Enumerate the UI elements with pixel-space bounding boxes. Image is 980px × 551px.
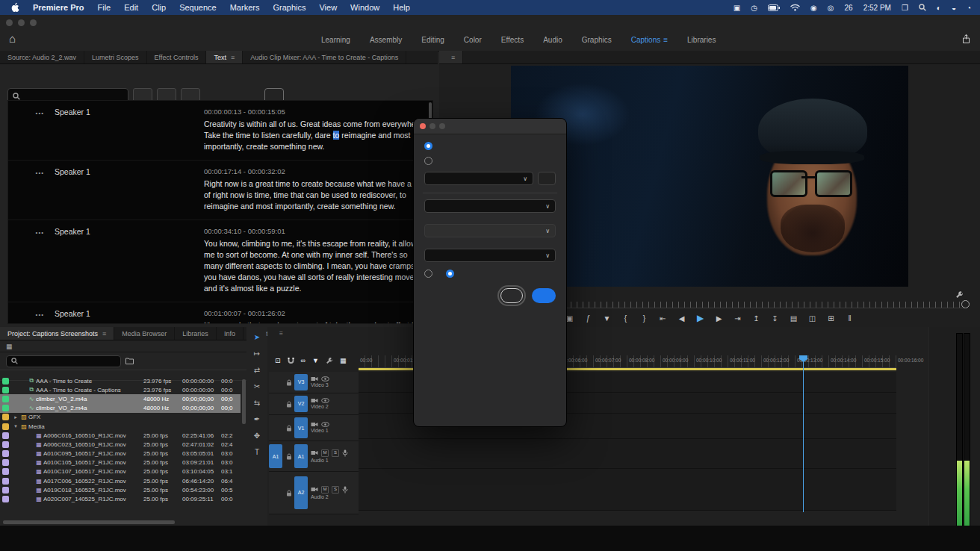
item-name[interactable]: A006C023_160510_R1JC.mov	[43, 441, 143, 448]
workspace-tab-audio[interactable]: Audio	[543, 36, 562, 44]
tab-effect-controls[interactable]: Effect Controls	[147, 51, 207, 63]
project-row[interactable]: ▾▨Media	[0, 422, 241, 431]
track-output-eye-icon[interactable]	[321, 376, 329, 382]
calendar[interactable]: 26	[845, 4, 853, 12]
speaker-label[interactable]: Speaker 1	[44, 167, 204, 212]
track-target-a1[interactable]: A1	[294, 444, 308, 468]
panel-menu-icon[interactable]: ≡	[102, 330, 106, 337]
tab-sequence[interactable]: ≡	[275, 329, 283, 337]
item-name[interactable]: A010C095_160517_R1JC.mov	[43, 450, 143, 457]
track-target-a2[interactable]: A2	[294, 476, 308, 510]
fast-user-switching[interactable]: ◐	[937, 4, 941, 12]
disclosure-icon[interactable]: ▸	[12, 414, 19, 420]
wifi-icon[interactable]	[790, 4, 800, 11]
radio-icon[interactable]	[446, 270, 454, 278]
record[interactable]: ◉	[810, 4, 817, 12]
home-icon[interactable]: ⌂	[9, 32, 16, 45]
row-options-icon[interactable]: •••	[8, 167, 44, 212]
track-header-a2[interactable]: A2MSAudio 2	[269, 472, 359, 514]
stage-manager[interactable]: ❐	[902, 4, 908, 12]
track-header-v3[interactable]: V3Video 3	[269, 372, 359, 393]
sync-lock-icon[interactable]	[311, 398, 318, 403]
create-button[interactable]	[532, 288, 556, 303]
tab-source-audio-2-2-wav[interactable]: Source: Audio 2_2.wav	[0, 51, 84, 63]
project-row[interactable]: ∿climber_VO_2.m4a48000 Hz00;00;00;0000;0	[0, 394, 241, 403]
item-name[interactable]: climber_VO_2.m4a	[36, 396, 143, 402]
track-target-v1[interactable]: V1	[294, 417, 308, 438]
comparison-view-button[interactable]: ◫	[808, 314, 817, 323]
step-back-button[interactable]: ◀	[677, 314, 686, 323]
menu-premiere-pro[interactable]: Premiere Pro	[33, 3, 84, 12]
item-name[interactable]: A020C007_140525_R1JC.mov	[43, 496, 143, 502]
speaker-label[interactable]: Speaker 1	[44, 108, 204, 152]
zoom-window-icon[interactable]	[30, 19, 37, 26]
track-lock-icon[interactable]	[284, 425, 294, 432]
item-name[interactable]: A010C107_160517_R1JC.mov	[43, 468, 143, 475]
panel-menu-icon[interactable]: ≡	[663, 36, 668, 44]
mute-button[interactable]: M	[321, 449, 329, 457]
clock[interactable]: ◷	[751, 4, 757, 12]
project-search-field[interactable]	[22, 357, 107, 366]
project-row[interactable]: ▦A006C016_160510_R1JC.mov25.00 fps02:25:…	[0, 431, 241, 440]
tab-audio-clip-mixer-aaa-time-to-create-captions[interactable]: Audio Clip Mixer: AAA - Time to Create -…	[243, 51, 406, 63]
transcript-text[interactable]: It's a puzzle that you have to sort of t…	[204, 320, 425, 324]
menu-file[interactable]: File	[97, 3, 111, 12]
source-patch-a1[interactable]: A1	[269, 444, 282, 468]
transcript-row[interactable]: •••Speaker 100:00:17:14 - 00:00:32:02Rig…	[8, 161, 432, 220]
control-center[interactable]: ◔	[967, 4, 971, 12]
transcript-text[interactable]: You know, climbing to me, it's this esca…	[204, 238, 425, 294]
workspace-tab-assembly[interactable]: Assembly	[370, 36, 402, 44]
sync-lock-icon[interactable]	[311, 450, 318, 455]
search-bin-icon[interactable]	[125, 358, 134, 364]
export-frame-button[interactable]: ▤	[790, 314, 798, 323]
snap-icon-icon[interactable]	[288, 357, 294, 364]
radio-create-blank-track[interactable]	[424, 157, 556, 165]
radio-create-from-transcript[interactable]	[424, 142, 556, 150]
radio-icon[interactable]	[424, 142, 432, 150]
workspace-tab-libraries[interactable]: Libraries	[687, 36, 716, 44]
track-lock-icon[interactable]	[284, 490, 294, 496]
trim-button[interactable]: ‖	[846, 314, 855, 323]
radio-icon[interactable]	[424, 157, 432, 165]
mark-in-button[interactable]: {	[621, 314, 630, 323]
track-lock-icon[interactable]	[284, 401, 294, 408]
minimize-window-icon[interactable]	[18, 19, 25, 26]
project-row[interactable]: ⧉AAA - Time to Create - Captions23.976 f…	[0, 385, 241, 394]
ripple-edit-tool[interactable]: ⇄	[254, 366, 260, 376]
track-output-eye-icon[interactable]	[321, 422, 329, 427]
transcript-text[interactable]: Creativity is within all of us. Great id…	[204, 119, 425, 152]
project-scrollbar[interactable]	[242, 379, 246, 424]
play-button[interactable]: ▶	[696, 313, 705, 323]
menu-markers[interactable]: Markers	[230, 3, 260, 12]
menu-edit[interactable]: Edit	[124, 3, 138, 12]
step-forward-button[interactable]: ▶	[715, 314, 724, 323]
radio-icon[interactable]	[424, 270, 432, 278]
workspace-tab-captions[interactable]: Captions≡	[631, 36, 668, 44]
track-lock-icon[interactable]	[284, 379, 294, 386]
item-name[interactable]: GFX	[28, 414, 143, 420]
timeline-settings-icon-icon[interactable]	[326, 357, 333, 364]
project-row[interactable]: ▦A006C023_160510_R1JC.mov25.00 fps02:47:…	[0, 440, 241, 449]
row-options-icon[interactable]: •••	[8, 227, 44, 294]
track-select-tool[interactable]: ↦	[254, 349, 260, 359]
transcript-row[interactable]: •••Speaker 100:00:34:10 - 00:00:59:01You…	[8, 220, 432, 302]
safe-margins-button[interactable]: ⊞	[827, 314, 836, 323]
solo-button[interactable]: S	[332, 449, 339, 457]
nest-toggle-icon[interactable]: ⊡	[275, 357, 281, 364]
panel-menu-icon[interactable]: ≡	[279, 329, 283, 337]
quick-export-icon[interactable]	[961, 34, 971, 44]
selection-tool[interactable]: ➤	[254, 333, 260, 343]
sync-lock-icon[interactable]	[311, 422, 318, 427]
dialog-zoom-icon[interactable]	[439, 123, 445, 129]
project-row[interactable]: ▦A017C006_160522_R1JC.mov25.00 fps06:46:…	[0, 476, 241, 485]
workspace-tab-graphics[interactable]: Graphics	[582, 36, 612, 44]
item-name[interactable]: AAA - Time to Create - Captions	[36, 387, 143, 393]
track-header-v2[interactable]: V2Video 2	[269, 393, 359, 415]
mute-button[interactable]: M	[321, 486, 329, 494]
fx-toggle-button[interactable]: ƒ	[584, 314, 593, 323]
go-to-out-button[interactable]: ⇥	[734, 314, 742, 323]
row-options-icon[interactable]: •••	[8, 309, 44, 324]
voiceover-record-icon[interactable]	[342, 486, 348, 494]
format-select[interactable]: ∨	[424, 199, 556, 213]
disclosure-icon[interactable]: ▾	[12, 423, 19, 429]
